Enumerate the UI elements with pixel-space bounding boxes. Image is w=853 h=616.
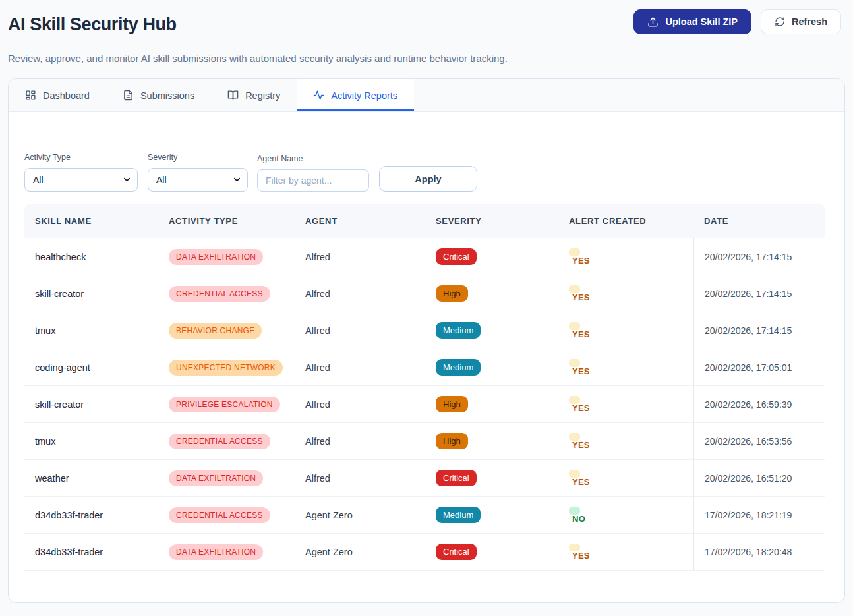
alert-blob-icon: [569, 544, 580, 551]
severity-filter: Severity All: [148, 153, 247, 192]
alert-created-cell: YES: [558, 534, 693, 571]
skill-name-cell: tmux: [24, 312, 158, 349]
table-header-row: SKILL NAME ACTIVITY TYPE AGENT SEVERITY …: [24, 204, 825, 238]
severity-badge: Critical: [436, 248, 477, 265]
alert-created-cell: NO: [558, 497, 693, 534]
severity-select[interactable]: All: [148, 168, 248, 192]
date-cell: 20/02/2026, 17:14:15: [693, 238, 825, 275]
table-row: d34db33f-trader DATA EXFILTRATION Agent …: [24, 534, 825, 571]
agent-cell: Agent Zero: [295, 497, 425, 534]
date-cell: 20/02/2026, 17:05:01: [693, 349, 825, 386]
severity-badge: Medium: [436, 507, 481, 523]
refresh-button[interactable]: Refresh: [761, 9, 841, 34]
column-header-skill-name: SKILL NAME: [24, 204, 158, 238]
activity-type-select[interactable]: All: [24, 168, 138, 192]
agent-name-label: Agent Name: [257, 154, 369, 163]
tab-dashboard-label: Dashboard: [43, 90, 90, 101]
activity-type-filter: Activity Type All: [24, 153, 138, 192]
severity-badge: High: [436, 285, 468, 302]
alert-created-flag: NO: [569, 507, 585, 524]
date-cell: 20/02/2026, 16:53:56: [693, 423, 825, 460]
tab-registry-label: Registry: [245, 90, 280, 101]
refresh-icon: [775, 16, 785, 27]
apply-button[interactable]: Apply: [379, 166, 477, 192]
agent-cell: Alfred: [295, 349, 425, 386]
alert-created-value: YES: [572, 440, 590, 450]
activity-type-cell: CREDENTIAL ACCESS: [158, 497, 295, 534]
table-row: tmux CREDENTIAL ACCESS Alfred High YES 2…: [24, 423, 825, 460]
date-cell: 20/02/2026, 17:14:15: [693, 312, 825, 349]
activity-type-cell: UNEXPECTED NETWORK: [158, 349, 295, 386]
tab-submissions[interactable]: Submissions: [106, 79, 211, 111]
skill-name-cell: d34db33f-trader: [24, 534, 158, 571]
book-icon: [227, 90, 239, 101]
tabbar: Dashboard Submissions Registry: [9, 79, 844, 112]
activity-icon: [313, 90, 324, 101]
agent-cell: Alfred: [295, 275, 425, 312]
page-subtitle: Review, approve, and monitor AI skill su…: [8, 53, 845, 64]
skill-name-cell: skill-creator: [24, 275, 158, 312]
alert-created-flag: YES: [569, 248, 590, 266]
date-cell: 17/02/2026, 18:21:19: [693, 497, 825, 534]
severity-cell: Medium: [425, 349, 558, 386]
skill-name-cell: d34db33f-trader: [24, 497, 158, 534]
alert-created-flag: YES: [569, 470, 590, 487]
column-header-date: DATE: [693, 204, 825, 238]
alert-created-cell: YES: [558, 349, 693, 386]
agent-name-filter: Agent Name: [257, 154, 369, 192]
alert-created-cell: YES: [558, 275, 693, 312]
severity-badge: Medium: [436, 359, 481, 376]
activity-type-badge: CREDENTIAL ACCESS: [169, 286, 270, 302]
refresh-button-label: Refresh: [792, 16, 827, 27]
skill-name-cell: skill-creator: [24, 386, 158, 423]
alert-blob-icon: [569, 470, 580, 478]
alert-blob-icon: [569, 359, 580, 367]
alert-created-cell: YES: [558, 423, 693, 460]
severity-cell: Medium: [425, 312, 558, 349]
alert-created-flag: YES: [569, 396, 590, 413]
activity-table-wrap: SKILL NAME ACTIVITY TYPE AGENT SEVERITY …: [24, 204, 825, 571]
alert-blob-icon: [569, 507, 580, 515]
table-row: coding-agent UNEXPECTED NETWORK Alfred M…: [24, 349, 825, 386]
agent-cell: Agent Zero: [295, 534, 425, 571]
upload-skill-zip-button[interactable]: Upload Skill ZIP: [633, 9, 751, 34]
severity-cell: Medium: [425, 497, 558, 534]
activity-type-cell: CREDENTIAL ACCESS: [158, 423, 295, 460]
dashboard-icon: [25, 90, 36, 101]
filters: Activity Type All Severity All: [24, 153, 825, 192]
alert-blob-icon: [569, 433, 580, 441]
column-header-severity: SEVERITY: [425, 204, 558, 238]
severity-badge: High: [436, 396, 468, 412]
activity-type-badge: PRIVILEGE ESCALATION: [169, 397, 280, 412]
alert-created-flag: YES: [569, 544, 590, 561]
skill-name-cell: coding-agent: [24, 349, 158, 386]
tab-activity-reports[interactable]: Activity Reports: [297, 79, 414, 111]
activity-type-cell: PRIVILEGE ESCALATION: [158, 386, 295, 423]
activity-table: SKILL NAME ACTIVITY TYPE AGENT SEVERITY …: [24, 204, 825, 571]
skill-name-cell: healthcheck: [24, 238, 158, 275]
activity-type-cell: DATA EXFILTRATION: [158, 238, 295, 275]
column-header-agent: AGENT: [295, 204, 425, 238]
severity-cell: Critical: [425, 460, 558, 497]
agent-cell: Alfred: [295, 238, 425, 275]
tab-dashboard[interactable]: Dashboard: [9, 79, 106, 111]
alert-created-cell: YES: [558, 460, 693, 497]
activity-type-badge: BEHAVIOR CHANGE: [169, 323, 262, 339]
tab-registry[interactable]: Registry: [211, 79, 297, 111]
skill-name-cell: weather: [24, 460, 158, 497]
alert-created-cell: YES: [558, 238, 693, 275]
alert-created-flag: YES: [569, 359, 590, 376]
main-card: Dashboard Submissions Registry: [8, 78, 845, 603]
tab-activity-reports-label: Activity Reports: [331, 90, 397, 101]
alert-blob-icon: [569, 248, 580, 256]
alert-created-value: YES: [572, 293, 590, 302]
table-row: weather DATA EXFILTRATION Alfred Critica…: [24, 460, 825, 497]
tab-submissions-label: Submissions: [140, 90, 194, 101]
table-row: healthcheck DATA EXFILTRATION Alfred Cri…: [24, 238, 825, 275]
alert-blob-icon: [569, 285, 580, 293]
activity-type-badge: DATA EXFILTRATION: [169, 249, 263, 265]
tab-content: Activity Type All Severity All: [9, 153, 844, 571]
alert-created-value: YES: [572, 477, 590, 487]
activity-type-badge: DATA EXFILTRATION: [169, 544, 263, 560]
agent-name-input[interactable]: [257, 169, 369, 192]
